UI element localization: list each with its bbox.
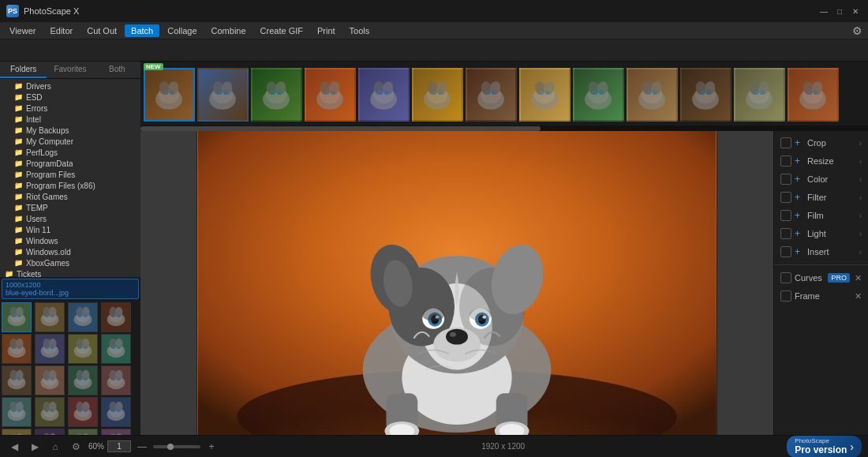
file-thumb-7[interactable] bbox=[101, 334, 131, 364]
file-thumb-11[interactable] bbox=[101, 365, 131, 395]
thumbnail-strip-item-1[interactable] bbox=[197, 68, 249, 122]
tree-item-xboxgames[interactable]: 📁XboxGames bbox=[0, 257, 140, 268]
resize-checkbox[interactable] bbox=[780, 155, 791, 167]
file-thumb-3[interactable] bbox=[101, 302, 131, 332]
frame-close-icon[interactable]: ✕ bbox=[855, 291, 862, 302]
crop-checkbox[interactable] bbox=[780, 137, 791, 148]
thumbnail-strip-item-3[interactable] bbox=[305, 68, 356, 122]
file-thumb-6[interactable] bbox=[68, 334, 98, 364]
curves-close-icon[interactable]: ✕ bbox=[855, 273, 862, 283]
file-thumb-16[interactable] bbox=[2, 429, 32, 435]
file-thumb-12[interactable] bbox=[2, 397, 32, 427]
thumbnail-strip-item-10[interactable] bbox=[680, 68, 731, 122]
thumbnail-strip[interactable]: NEW bbox=[140, 62, 868, 126]
maximize-button[interactable]: □ bbox=[833, 5, 846, 17]
menu-item-combine[interactable]: Combine bbox=[205, 24, 253, 37]
thumbnail-strip-item-4[interactable] bbox=[358, 68, 410, 122]
insert-checkbox[interactable] bbox=[780, 246, 791, 257]
menu-item-batch[interactable]: Batch bbox=[125, 24, 159, 37]
file-thumb-5[interactable] bbox=[35, 334, 65, 364]
file-thumb-4[interactable] bbox=[2, 334, 32, 364]
thumbnail-strip-item-9[interactable] bbox=[627, 68, 678, 122]
curves-checkbox[interactable] bbox=[780, 272, 791, 283]
tree-item-program-files-(x86)[interactable]: 📁Program Files (x86) bbox=[0, 180, 140, 191]
file-thumb-19[interactable] bbox=[101, 429, 131, 435]
menu-item-cut-out[interactable]: Cut Out bbox=[80, 24, 123, 37]
file-thumb-14[interactable] bbox=[68, 397, 98, 427]
file-thumb-8[interactable] bbox=[2, 365, 32, 395]
zoom-in-button[interactable]: + bbox=[204, 439, 219, 455]
close-button[interactable]: ✕ bbox=[849, 5, 862, 17]
panel-item-frame[interactable]: Frame ✕ bbox=[774, 287, 868, 305]
tree-item-intel[interactable]: 📁Intel bbox=[0, 114, 140, 125]
menu-item-collage[interactable]: Collage bbox=[161, 24, 203, 37]
menu-item-print[interactable]: Print bbox=[311, 24, 342, 37]
settings-small-button[interactable]: ⚙ bbox=[68, 439, 84, 455]
tree-item-users[interactable]: 📁Users bbox=[0, 213, 140, 224]
tree-item-program-files[interactable]: 📁Program Files bbox=[0, 169, 140, 180]
thumbnail-strip-item-2[interactable] bbox=[251, 68, 302, 122]
panel-item-light[interactable]: + Light › bbox=[774, 225, 868, 242]
tree-item-windows.old[interactable]: 📁Windows.old bbox=[0, 246, 140, 257]
center-panel: NEW bbox=[140, 62, 868, 435]
pro-version-badge[interactable]: PhotoScape Pro version › bbox=[787, 436, 862, 457]
file-thumb-9[interactable] bbox=[35, 365, 65, 395]
file-thumb-13[interactable] bbox=[35, 397, 65, 427]
panel-item-resize[interactable]: + Resize › bbox=[774, 152, 868, 170]
light-checkbox[interactable] bbox=[780, 228, 791, 239]
file-thumb-10[interactable] bbox=[68, 365, 98, 395]
panel-item-curves[interactable]: Curves PRO ✕ bbox=[774, 269, 868, 287]
tree-item-temp[interactable]: 📁TEMP bbox=[0, 202, 140, 213]
thumbnail-strip-item-7[interactable] bbox=[519, 68, 571, 122]
menu-item-tools[interactable]: Tools bbox=[343, 24, 376, 37]
image-viewport[interactable] bbox=[140, 131, 773, 435]
thumbnail-strip-item-0[interactable] bbox=[144, 68, 195, 122]
menu-item-viewer[interactable]: Viewer bbox=[3, 24, 42, 37]
film-checkbox[interactable] bbox=[780, 210, 791, 221]
file-thumb-2[interactable] bbox=[68, 302, 98, 332]
file-thumb-1[interactable] bbox=[35, 302, 65, 332]
file-thumb-15[interactable] bbox=[101, 397, 131, 427]
home-button[interactable]: ⌂ bbox=[47, 439, 63, 455]
filter-checkbox[interactable] bbox=[780, 192, 791, 203]
panel-item-crop[interactable]: + Crop › bbox=[774, 134, 868, 152]
tree-item-errors[interactable]: 📁Errors bbox=[0, 103, 140, 114]
tree-item-riot-games[interactable]: 📁Riot Games bbox=[0, 191, 140, 202]
thumbnail-strip-item-6[interactable] bbox=[466, 68, 517, 122]
thumbnail-strip-item-8[interactable] bbox=[573, 68, 624, 122]
thumbnail-strip-item-11[interactable] bbox=[734, 68, 785, 122]
zoom-out-button[interactable]: — bbox=[134, 439, 150, 455]
file-thumb-0[interactable] bbox=[2, 302, 32, 332]
panel-item-color[interactable]: + Color › bbox=[774, 170, 868, 188]
thumbnail-strip-item-12[interactable] bbox=[788, 68, 839, 122]
tree-item-my-computer[interactable]: 📁My Computer bbox=[0, 136, 140, 147]
tree-item-win-11[interactable]: 📁Win 11 bbox=[0, 224, 140, 235]
panel-item-filter[interactable]: + Filter › bbox=[774, 189, 868, 206]
sidebar-tab-both[interactable]: Both bbox=[94, 62, 140, 78]
menu-item-editor[interactable]: Editor bbox=[43, 24, 79, 37]
file-thumb-17[interactable] bbox=[35, 429, 65, 435]
sidebar-tab-folders[interactable]: Folders bbox=[0, 62, 47, 78]
tree-item-drivers[interactable]: 📁Drivers bbox=[0, 81, 140, 92]
panel-item-insert[interactable]: + Insert › bbox=[774, 243, 868, 260]
tree-item-esd[interactable]: 📁ESD bbox=[0, 92, 140, 103]
tree-item-windows[interactable]: 📁Windows bbox=[0, 235, 140, 246]
prev-button[interactable]: ◀ bbox=[6, 439, 22, 455]
file-thumb-18[interactable] bbox=[68, 429, 98, 435]
sidebar-tab-favorites[interactable]: Favorites bbox=[47, 62, 93, 78]
minimize-button[interactable]: — bbox=[817, 5, 830, 17]
zoom-input[interactable] bbox=[107, 440, 131, 452]
tree-item-perflogs[interactable]: 📁PerfLogs bbox=[0, 147, 140, 158]
folder-icon: 📁 bbox=[13, 92, 24, 102]
color-checkbox[interactable] bbox=[780, 174, 791, 185]
frame-checkbox[interactable] bbox=[780, 290, 791, 302]
zoom-slider[interactable] bbox=[153, 445, 200, 448]
tree-item-my-backups[interactable]: 📁My Backups bbox=[0, 125, 140, 136]
settings-icon[interactable]: ⚙ bbox=[849, 23, 865, 39]
menu-item-create-gif[interactable]: Create GIF bbox=[254, 24, 309, 37]
panel-item-film[interactable]: + Film › bbox=[774, 207, 868, 224]
next-button[interactable]: ▶ bbox=[27, 439, 43, 455]
tree-item-tickets[interactable]: 📁Tickets bbox=[0, 268, 140, 277]
tree-item-programdata[interactable]: 📁ProgramData bbox=[0, 158, 140, 169]
thumbnail-strip-item-5[interactable] bbox=[412, 68, 463, 122]
